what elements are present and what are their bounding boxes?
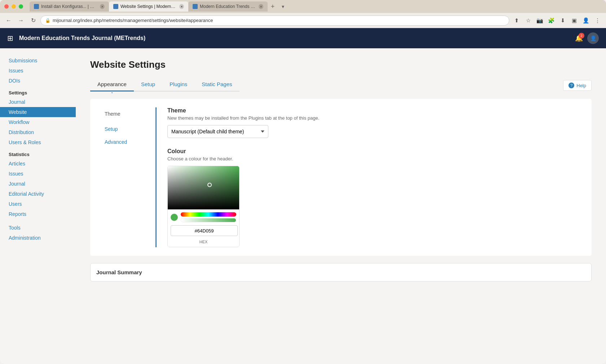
- forward-button[interactable]: →: [16, 15, 26, 26]
- tab-favicon-1: [34, 4, 39, 9]
- theme-side-item[interactable]: Theme: [99, 107, 155, 123]
- color-controls: ▲ ▼ HEX: [168, 209, 239, 247]
- sidebar-item-editorial-activity[interactable]: Editorial Activity: [0, 189, 76, 199]
- sidebar-item-issues-stat[interactable]: Issues: [0, 169, 76, 179]
- tab-label-2: Website Settings | Modern Ed...: [120, 4, 176, 9]
- colour-description: Choose a colour for the header.: [167, 156, 583, 161]
- theme-select-row: Manuscript (Default child theme) Default…: [167, 125, 583, 138]
- settings-layout: Theme Setup Advanced Theme New themes ma…: [99, 107, 583, 247]
- sidebar-item-dois[interactable]: DOIs: [0, 76, 76, 86]
- browser-toolbar: ← → ↻ 🔒 mijournal.org/index.php/metrends…: [0, 13, 606, 28]
- sidebar-item-distribution[interactable]: Distribution: [0, 127, 76, 137]
- plugins-tab[interactable]: Plugins: [162, 77, 194, 91]
- app-header-title: Modern Education Trends Journal (METrend…: [19, 35, 569, 41]
- share-icon[interactable]: ⬆: [511, 15, 522, 26]
- app-header: ⊞ Modern Education Trends Journal (METre…: [0, 28, 606, 48]
- theme-select[interactable]: Manuscript (Default child theme) Default…: [167, 125, 268, 138]
- sidebar-item-reports[interactable]: Reports: [0, 209, 76, 219]
- color-alpha-slider[interactable]: [181, 218, 236, 222]
- colour-section: Colour Choose a colour for the header.: [167, 148, 583, 247]
- lock-icon: 🔒: [45, 18, 50, 23]
- address-bar[interactable]: 🔒 mijournal.org/index.php/metrends/manag…: [40, 15, 509, 26]
- bookmark-icon[interactable]: ☆: [523, 15, 533, 26]
- color-decrement-button[interactable]: ▼: [239, 231, 240, 235]
- tab-close-1[interactable]: ×: [100, 4, 105, 9]
- color-arrows: ▲ ▼: [239, 226, 240, 235]
- minimize-button[interactable]: [12, 4, 16, 9]
- toolbar-actions: ⬆ ☆ 📷 🧩 ⬇ ▣ 👤 ⋮: [511, 15, 602, 26]
- help-button[interactable]: ? Help: [563, 80, 592, 91]
- color-rainbow-strip: [181, 212, 236, 222]
- notification-button[interactable]: 🔔 2: [575, 34, 583, 42]
- sidebar-item-website[interactable]: Website: [0, 107, 76, 117]
- user-avatar[interactable]: 👤: [587, 32, 599, 44]
- sidebar-item-journal[interactable]: Journal: [0, 97, 76, 107]
- extensions-icon[interactable]: 🧩: [546, 15, 556, 26]
- tab-close-3[interactable]: ×: [259, 4, 263, 9]
- tabs-nav: Appearance Setup Plugins Static Pages: [90, 77, 240, 92]
- browser-titlebar: Install dan Konfiguras... | Boo... × Web…: [0, 0, 606, 13]
- sidebar-item-administration[interactable]: Administration: [0, 233, 76, 243]
- theme-description: New themes may be installed from the Plu…: [167, 115, 583, 121]
- color-hue-slider[interactable]: [181, 212, 236, 217]
- sidebar-item-tools[interactable]: Tools: [0, 223, 76, 233]
- help-circle-icon: ?: [568, 83, 574, 88]
- journal-summary-title: Journal Summary: [96, 269, 585, 275]
- settings-section-label: Settings: [0, 86, 76, 97]
- browser-tab-1[interactable]: Install dan Konfiguras... | Boo... ×: [30, 1, 109, 12]
- color-picker[interactable]: ▲ ▼ HEX: [167, 166, 240, 247]
- hex-label: HEX: [171, 240, 236, 244]
- tab-close-2[interactable]: ×: [179, 4, 184, 9]
- app-container: ⊞ Modern Education Trends Journal (METre…: [0, 28, 606, 364]
- browser-frame: Install dan Konfiguras... | Boo... × Web…: [0, 0, 606, 364]
- colour-title: Colour: [167, 148, 583, 155]
- browser-tab-3[interactable]: Modern Education Trends Jou... ×: [188, 1, 268, 12]
- address-text: mijournal.org/index.php/metrends/managem…: [53, 18, 213, 23]
- sidebar-item-workflow[interactable]: Workflow: [0, 117, 76, 127]
- app-logo-icon: ⊞: [7, 34, 13, 43]
- notification-badge: 2: [579, 33, 584, 39]
- tab-dropdown-button[interactable]: ▾: [278, 1, 288, 12]
- advanced-side-item[interactable]: Advanced: [99, 136, 155, 148]
- sidebar-item-articles[interactable]: Articles: [0, 159, 76, 169]
- camera-icon[interactable]: 📷: [535, 15, 545, 26]
- settings-sidebar: Theme Setup Advanced: [99, 107, 157, 247]
- tab-label-3: Modern Education Trends Jou...: [200, 4, 255, 9]
- split-view-icon[interactable]: ▣: [569, 15, 579, 26]
- tab-favicon-3: [193, 4, 198, 9]
- main-content: Website Settings Appearance Setup Plugin…: [76, 48, 606, 364]
- profile-icon[interactable]: 👤: [581, 15, 591, 26]
- download-icon[interactable]: ⬇: [558, 15, 568, 26]
- maximize-button[interactable]: [19, 4, 23, 9]
- help-label: Help: [576, 83, 586, 88]
- color-hex-input[interactable]: [171, 225, 238, 236]
- user-avatar-icon: 👤: [590, 35, 596, 41]
- settings-main-panel: Theme New themes may be installed from t…: [157, 107, 583, 247]
- browser-tabs-bar: Install dan Konfiguras... | Boo... × Web…: [30, 1, 602, 12]
- page-title: Website Settings: [90, 59, 592, 70]
- color-gradient-area[interactable]: [168, 166, 240, 209]
- color-gradient-inner: [168, 166, 240, 209]
- setup-side-item[interactable]: Setup: [99, 123, 155, 136]
- refresh-button[interactable]: ↻: [28, 15, 38, 26]
- color-increment-button[interactable]: ▲: [239, 226, 240, 231]
- sidebar-item-journal-stat[interactable]: Journal: [0, 179, 76, 189]
- new-tab-button[interactable]: +: [268, 1, 278, 12]
- appearance-tab[interactable]: Appearance: [90, 77, 134, 91]
- main-layout: Submissions Issues DOIs Settings Journal…: [0, 48, 606, 364]
- statistics-section-label: Statistics: [0, 147, 76, 159]
- sidebar-item-submissions[interactable]: Submissions: [0, 56, 76, 66]
- settings-card: Theme Setup Advanced Theme New themes ma…: [90, 99, 592, 256]
- close-button[interactable]: [4, 4, 9, 9]
- theme-title: Theme: [167, 107, 583, 114]
- tab-favicon-2: [113, 4, 118, 9]
- color-hex-row: ▲ ▼: [171, 225, 236, 236]
- sidebar-item-users-roles[interactable]: Users & Roles: [0, 137, 76, 147]
- menu-icon[interactable]: ⋮: [592, 15, 602, 26]
- sidebar-item-issues[interactable]: Issues: [0, 66, 76, 76]
- browser-tab-2[interactable]: Website Settings | Modern Ed... ×: [109, 1, 188, 12]
- sidebar-item-users[interactable]: Users: [0, 199, 76, 209]
- setup-tab[interactable]: Setup: [134, 77, 162, 91]
- back-button[interactable]: ←: [4, 15, 14, 26]
- static-pages-tab[interactable]: Static Pages: [194, 77, 239, 91]
